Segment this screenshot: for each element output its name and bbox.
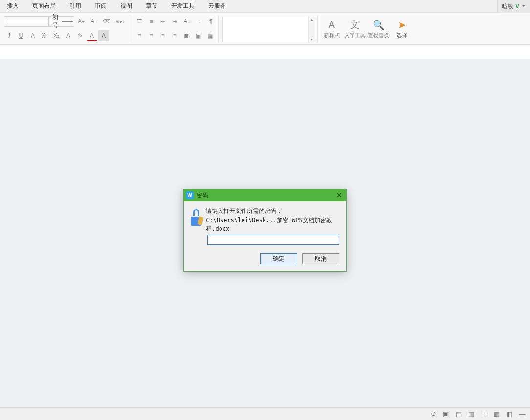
bullets-button[interactable]: ☰ bbox=[134, 16, 145, 27]
dialog-file-path: C:\Users\lei\Desk...加密 WPS文档加密教程.docx bbox=[206, 216, 339, 233]
strike-button[interactable]: A bbox=[27, 30, 38, 41]
shrink-font-button[interactable]: A- bbox=[88, 16, 99, 27]
clear-format-button[interactable]: ⌫ bbox=[100, 16, 113, 27]
chevron-down-icon bbox=[61, 21, 74, 22]
shading-button[interactable]: ▣ bbox=[193, 30, 203, 41]
menu-bar: 插入 页面布局 引用 审阅 视图 章节 开发工具 云服务 晗敏 V bbox=[0, 0, 530, 13]
focus-mode-icon[interactable]: ◧ bbox=[506, 410, 513, 418]
dialog-body: 请键入打开文件所需的密码： C:\Users\lei\Desk...加密 WPS… bbox=[184, 201, 346, 271]
style-pane[interactable]: ▴▾ bbox=[222, 17, 315, 42]
highlight-button[interactable]: ✎ bbox=[75, 30, 86, 41]
dialog-prompt: 请键入打开文件所需的密码： bbox=[206, 207, 339, 215]
menu-review[interactable]: 审阅 bbox=[88, 0, 113, 12]
align-center-button[interactable]: ≡ bbox=[146, 30, 156, 41]
paragraph-group: ☰ ≡ ⇤ ⇥ A↓ ↕ ¶ ≡ ≡ ≡ ≡ ≣ ▣ ▦ bbox=[132, 15, 219, 42]
grow-font-button[interactable]: A+ bbox=[75, 16, 87, 27]
menu-cloud[interactable]: 云服务 bbox=[201, 0, 233, 12]
sort-button[interactable]: A↓ bbox=[181, 16, 193, 27]
close-button[interactable]: ✕ bbox=[334, 190, 344, 200]
find-replace-button[interactable]: 🔍 查找替换 bbox=[367, 15, 390, 43]
password-dialog: 密码 ✕ 请键入打开文件所需的密码： C:\Users\lei\Desk...加… bbox=[183, 189, 347, 272]
phonetic-button[interactable]: wén bbox=[114, 16, 128, 27]
menu-view[interactable]: 视图 bbox=[113, 0, 139, 12]
borders-button[interactable]: ▦ bbox=[204, 30, 215, 41]
line-spacing-button[interactable]: ↕ bbox=[194, 16, 204, 27]
user-chip[interactable]: 晗敏 V bbox=[497, 0, 530, 13]
subscript-button[interactable]: X₂ bbox=[51, 30, 62, 41]
select-button[interactable]: ➤ 选择 bbox=[390, 15, 414, 43]
menu-insert[interactable]: 插入 bbox=[0, 0, 25, 12]
user-name: 晗敏 bbox=[502, 2, 513, 11]
cursor-icon: ➤ bbox=[396, 19, 408, 31]
menu-chapters[interactable]: 章节 bbox=[139, 0, 164, 12]
cancel-button[interactable]: 取消 bbox=[302, 253, 339, 264]
fullscreen-icon[interactable]: ▣ bbox=[442, 410, 450, 418]
reading-view-icon[interactable]: ▤ bbox=[455, 410, 463, 418]
dialog-titlebar[interactable]: 密码 ✕ bbox=[184, 189, 346, 201]
text-tools-icon: 文 bbox=[349, 19, 361, 31]
font-size-select[interactable]: 初号 bbox=[50, 16, 74, 27]
align-left-button[interactable]: ≡ bbox=[134, 30, 145, 41]
menu-page-layout[interactable]: 页面布局 bbox=[25, 0, 63, 12]
numbering-button[interactable]: ≡ bbox=[146, 16, 156, 27]
close-icon: ✕ bbox=[336, 191, 342, 199]
ribbon-toolbar: 初号 A+ A- ⌫ wén I U A X² X₂ A ✎ A A ☰ ≡ ⇤… bbox=[0, 13, 530, 45]
char-shading-button[interactable]: A bbox=[98, 30, 109, 41]
styles-icon: A bbox=[326, 19, 337, 31]
lock-icon bbox=[191, 209, 202, 226]
text-effects-button[interactable]: A bbox=[63, 30, 74, 41]
print-layout-icon[interactable]: ▦ bbox=[493, 410, 501, 418]
font-color-button[interactable]: A bbox=[87, 30, 97, 41]
align-justify-button[interactable]: ≡ bbox=[169, 30, 180, 41]
chevron-down-icon bbox=[522, 5, 525, 7]
find-replace-icon: 🔍 bbox=[373, 19, 384, 31]
dialog-title: 密码 bbox=[197, 191, 208, 200]
outline-view-icon[interactable]: ≣ bbox=[480, 410, 488, 418]
italic-button[interactable]: I bbox=[4, 30, 15, 41]
menu-developer[interactable]: 开发工具 bbox=[164, 0, 201, 12]
menu-references[interactable]: 引用 bbox=[63, 0, 88, 12]
vip-badge: V bbox=[515, 3, 519, 10]
styles-tools-group: A 新样式 文 文字工具 🔍 查找替换 ➤ 选择 bbox=[320, 15, 414, 42]
wps-icon bbox=[186, 191, 194, 199]
search-group: ▴▾ bbox=[221, 15, 318, 42]
style-pane-scroll[interactable]: ▴▾ bbox=[308, 17, 315, 42]
font-name-select[interactable] bbox=[4, 16, 49, 27]
align-right-button[interactable]: ≡ bbox=[157, 30, 168, 41]
ok-button[interactable]: 确定 bbox=[260, 253, 297, 264]
page-view-icon[interactable]: ▥ bbox=[467, 410, 475, 418]
font-group: 初号 A+ A- ⌫ wén I U A X² X₂ A ✎ A A bbox=[2, 15, 130, 42]
indent-right-button[interactable]: ⇥ bbox=[169, 16, 180, 27]
text-tools-button[interactable]: 文 文字工具 bbox=[343, 15, 367, 43]
distribute-button[interactable]: ≣ bbox=[181, 30, 192, 41]
show-marks-button[interactable]: ¶ bbox=[205, 16, 216, 27]
new-style-button[interactable]: A 新样式 bbox=[320, 15, 343, 43]
minimize-icon[interactable]: — bbox=[518, 410, 526, 418]
superscript-button[interactable]: X² bbox=[39, 30, 50, 41]
indent-left-button[interactable]: ⇤ bbox=[157, 16, 168, 27]
history-icon[interactable]: ↺ bbox=[429, 410, 437, 418]
password-input[interactable] bbox=[207, 235, 339, 245]
underline-button[interactable]: U bbox=[16, 30, 26, 41]
status-bar: ↺ ▣ ▤ ▥ ≣ ▦ ◧ — bbox=[0, 407, 530, 420]
